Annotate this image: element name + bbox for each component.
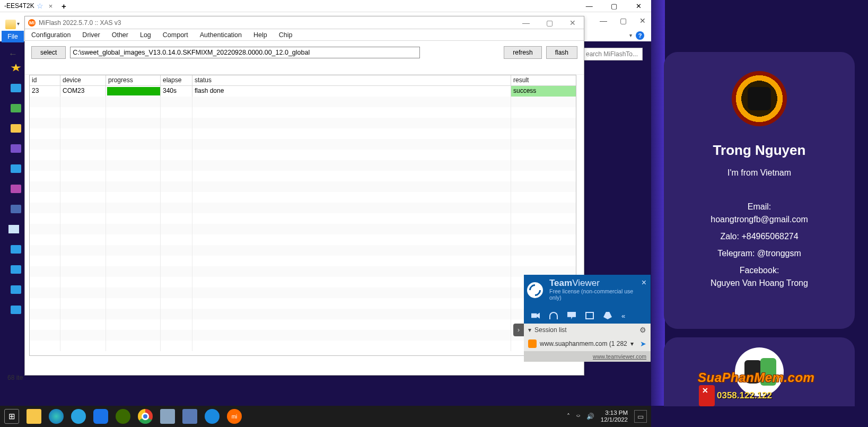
app-icon[interactable] <box>71 409 86 424</box>
col-status[interactable]: status <box>192 75 511 85</box>
desktop-icon[interactable] <box>11 84 21 92</box>
documents-icon[interactable] <box>11 124 21 133</box>
menu-comport[interactable]: Comport <box>163 31 188 39</box>
refresh-button[interactable]: refresh <box>504 46 541 59</box>
minimize-icon[interactable]: — <box>518 19 534 27</box>
path-input[interactable] <box>70 47 420 58</box>
explorer-icon[interactable] <box>27 409 41 424</box>
close-icon[interactable]: × <box>642 278 646 287</box>
chevron-down-icon[interactable]: ▾ <box>630 340 634 347</box>
clock-date: 12/1/2022 <box>601 416 628 423</box>
maximize-icon[interactable]: ▢ <box>602 0 627 12</box>
edge-icon[interactable] <box>49 409 64 424</box>
teamviewer-footer-link[interactable]: www.teamviewer.com <box>524 351 651 362</box>
col-device[interactable]: device <box>60 75 106 85</box>
explorer-search-input[interactable]: earch MiFlashTo... <box>583 48 643 60</box>
session-list-header[interactable]: › ▾ Session list ⚙ <box>524 324 651 336</box>
chrome-icon[interactable] <box>138 409 153 424</box>
col-id[interactable]: id <box>30 75 60 85</box>
collapse-icon[interactable]: › <box>513 324 524 336</box>
brush-icon[interactable] <box>603 312 612 319</box>
chevron-up-icon[interactable]: ˄ <box>567 413 570 420</box>
teamviewer-toolbar: « <box>524 308 651 324</box>
menu-driver[interactable]: Driver <box>82 31 100 39</box>
downloads-icon[interactable] <box>11 104 21 112</box>
taskview-icon[interactable]: ⊞ <box>4 409 19 424</box>
wifi-icon[interactable]: ⌔ <box>576 413 580 420</box>
pictures-icon[interactable] <box>11 144 21 153</box>
menu-authentication[interactable]: Authentication <box>200 31 242 39</box>
menu-other[interactable]: Other <box>112 31 128 39</box>
app-icon[interactable] <box>182 409 197 424</box>
maximize-icon[interactable]: ▢ <box>541 19 557 27</box>
explorer-sidebar <box>11 64 23 314</box>
teamviewer-header[interactable]: × TeamViewer Free license (non-commercia… <box>524 275 651 308</box>
chevrons-left-icon[interactable]: « <box>621 312 630 319</box>
chat-icon[interactable] <box>567 312 576 319</box>
menu-help[interactable]: Help <box>253 31 267 39</box>
tab-title: -EES4T2K <box>4 2 34 10</box>
close-icon[interactable]: ✕ <box>639 16 646 25</box>
selected-folder-icon[interactable] <box>8 225 19 233</box>
window-controls: — ▢ ✕ <box>577 0 651 12</box>
star-icon[interactable]: ☆ <box>37 2 43 10</box>
new-tab-button[interactable]: + <box>57 0 71 12</box>
folder-icon[interactable] <box>5 20 16 29</box>
videos-icon[interactable] <box>11 185 21 193</box>
status-item-count: 68 ite <box>7 374 23 381</box>
windows-taskbar: ⊞ mi ˄ ⌔ 🔊 3:13 PM 12/1/2022 ▭ <box>0 406 651 427</box>
back-arrow-icon[interactable]: ← <box>8 49 17 59</box>
video-icon[interactable] <box>531 312 540 319</box>
browser-tab[interactable]: -EES4T2K ☆ × <box>0 2 57 10</box>
notifications-icon[interactable]: ▭ <box>634 410 647 423</box>
printer-icon[interactable] <box>160 409 175 424</box>
col-elapse[interactable]: elapse <box>161 75 192 85</box>
quick-access-icon[interactable] <box>11 64 21 72</box>
miflash-titlebar[interactable]: MI MiFlash 2022.5.7.0 :: XAS v3 — ▢ ✕ <box>25 16 584 29</box>
music-icon[interactable] <box>11 164 21 173</box>
profile-fb-label: Facebook: <box>664 266 855 275</box>
taskbar-clock[interactable]: 3:13 PM 12/1/2022 <box>601 409 628 423</box>
chevron-down-icon[interactable]: ▾ <box>17 21 20 27</box>
minimize-icon[interactable]: — <box>577 0 602 12</box>
network-icon[interactable] <box>11 306 21 314</box>
menu-chip[interactable]: Chip <box>279 31 293 39</box>
cell-status: flash done <box>192 86 511 97</box>
drive-icon[interactable] <box>11 245 21 254</box>
table-header: id device progress elapse status result <box>30 75 576 86</box>
thispc-icon[interactable] <box>11 205 21 213</box>
table-row <box>30 139 576 150</box>
minimize-icon[interactable]: — <box>600 16 607 25</box>
mi-icon[interactable]: mi <box>227 409 242 424</box>
select-button[interactable]: select <box>31 46 66 59</box>
teamviewer-icon[interactable] <box>205 409 220 424</box>
help-icon[interactable]: ? <box>636 31 644 40</box>
file-ribbon-button[interactable]: File <box>2 31 24 42</box>
gear-icon[interactable]: ⚙ <box>639 326 646 334</box>
miflash-title: MiFlash 2022.5.7.0 :: XAS v3 <box>39 19 121 27</box>
plus-icon: + <box>62 2 66 11</box>
menu-log[interactable]: Log <box>140 31 151 39</box>
profile-email-label: Email: <box>664 202 855 212</box>
menu-configuration[interactable]: Configuration <box>31 31 71 39</box>
drive-icon[interactable] <box>11 265 21 274</box>
col-result[interactable]: result <box>511 75 576 85</box>
headset-icon[interactable] <box>549 312 558 319</box>
drive-icon[interactable] <box>11 285 21 294</box>
idm-icon[interactable] <box>116 409 130 424</box>
table-row <box>30 171 576 181</box>
flash-button[interactable]: flash <box>546 46 577 59</box>
col-progress[interactable]: progress <box>106 75 161 85</box>
tab-close-icon[interactable]: × <box>49 2 53 10</box>
clipboard-icon[interactable] <box>585 312 594 319</box>
session-item[interactable]: www.suaphanmem.com (1 282 ▾ ➤ <box>524 336 651 351</box>
chevron-down-icon[interactable]: ▾ <box>629 32 632 38</box>
close-icon[interactable]: ✕ <box>565 19 581 27</box>
close-icon[interactable]: ✕ <box>626 0 651 12</box>
table-row <box>30 234 576 245</box>
maximize-icon[interactable]: ▢ <box>620 16 627 25</box>
volume-icon[interactable]: 🔊 <box>586 413 594 420</box>
system-tray[interactable]: ˄ ⌔ 🔊 3:13 PM 12/1/2022 ▭ <box>567 409 647 423</box>
app-icon[interactable] <box>93 409 108 424</box>
table-row[interactable]: 23COM23340sflash donesuccess <box>30 86 576 97</box>
